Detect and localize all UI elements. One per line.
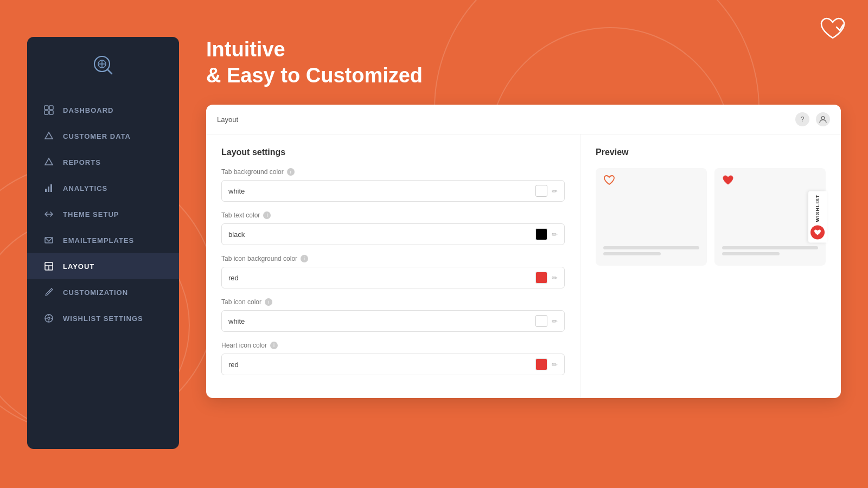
svg-rect-6 [49, 106, 53, 110]
reports-icon [43, 157, 54, 168]
panel-header: Layout ? [206, 105, 841, 134]
headline-line1: Intuitive [206, 38, 285, 61]
color-swatch-tab-bg [535, 185, 547, 197]
svg-line-2 [107, 69, 112, 74]
edit-icon-tab-icon-bg[interactable]: ✏ [552, 274, 558, 282]
customer-data-icon [43, 131, 54, 142]
main-content: Intuitive & Easy to Customized Layout ? [206, 37, 841, 472]
preview-line-4 [722, 252, 780, 255]
svg-rect-7 [44, 111, 48, 114]
preview-card-2-lines [722, 246, 818, 258]
color-value-heart-icon: red [228, 361, 531, 369]
preview-line-3 [722, 246, 818, 249]
sidebar-item-email-templates[interactable]: EMAILTEMPLATES [27, 227, 179, 253]
field-heart-icon-color: Heart icon color i red ✏ [221, 342, 565, 375]
theme-setup-label: THEME SETUP [63, 210, 119, 219]
email-templates-icon [43, 235, 54, 246]
preview-line-2 [603, 252, 661, 255]
color-field-heart-icon[interactable]: red ✏ [221, 354, 565, 375]
sidebar-logo [91, 53, 115, 81]
color-value-tab-bg: white [228, 187, 531, 195]
info-icon-tab-icon[interactable]: i [265, 298, 272, 306]
layout-panel: Layout ? Layout settings Tab bac [206, 105, 841, 398]
sidebar-nav: DASHBOARD CUSTOMER DATA REPORTS [27, 97, 179, 331]
edit-icon-tab-text[interactable]: ✏ [552, 230, 558, 239]
wishlist-settings-label: WISHLIST SETTINGS [63, 314, 143, 323]
wishlist-tab-heart-button[interactable] [810, 226, 825, 240]
svg-rect-8 [49, 111, 53, 114]
edit-icon-tab-icon[interactable]: ✏ [552, 317, 558, 325]
edit-icon-tab-bg[interactable]: ✏ [552, 187, 558, 195]
email-templates-label: EMAILTEMPLATES [63, 236, 134, 245]
info-icon-tab-icon-bg[interactable]: i [301, 255, 308, 262]
field-tab-icon-color: Tab icon color i white ✏ [221, 298, 565, 332]
svg-rect-5 [44, 106, 48, 110]
sidebar-item-analytics[interactable]: ANALYTICS [27, 175, 179, 201]
preview-section: Preview [580, 134, 841, 398]
info-icon-heart[interactable]: i [270, 342, 278, 349]
headline-line2: & Easy to Customized [206, 64, 423, 87]
customer-data-label: CUSTOMER DATA [63, 132, 131, 140]
help-icon-button[interactable]: ? [795, 112, 809, 126]
theme-setup-icon [43, 209, 54, 220]
sidebar-item-theme-setup[interactable]: THEME SETUP [27, 201, 179, 227]
preview-card-1 [596, 168, 707, 266]
svg-point-20 [48, 317, 50, 319]
field-label-tab-bg: Tab background color i [221, 168, 565, 176]
wishlist-tab[interactable]: WISHLIST [808, 191, 827, 243]
color-value-tab-text: black [228, 230, 531, 239]
sidebar-item-customer-data[interactable]: CUSTOMER DATA [27, 123, 179, 149]
color-swatch-heart-icon [535, 358, 547, 370]
field-tab-text-color: Tab text color i black ✏ [221, 211, 565, 245]
preview-heart-filled-icon [722, 175, 734, 188]
dashboard-icon [43, 105, 54, 115]
field-tab-bg-color: Tab background color i white ✏ [221, 168, 565, 202]
info-icon-tab-text[interactable]: i [263, 211, 271, 219]
preview-line-1 [603, 246, 699, 249]
sidebar-item-reports[interactable]: REPORTS [27, 149, 179, 175]
color-field-tab-text[interactable]: black ✏ [221, 223, 565, 245]
svg-point-25 [821, 117, 825, 120]
headline: Intuitive & Easy to Customized [206, 37, 841, 88]
layout-icon [43, 261, 54, 272]
sidebar-item-wishlist-settings[interactable]: WISHLIST SETTINGS [27, 305, 179, 331]
layout-settings-section: Layout settings Tab background color i w… [206, 134, 580, 398]
analytics-label: ANALYTICS [63, 184, 107, 192]
customization-label: CUSTOMIZATION [63, 288, 128, 297]
color-field-tab-icon[interactable]: white ✏ [221, 310, 565, 332]
color-value-tab-icon-bg: red [228, 274, 531, 282]
field-label-tab-text: Tab text color i [221, 211, 565, 219]
field-tab-icon-bg-color: Tab icon background color i red ✏ [221, 255, 565, 288]
svg-rect-12 [48, 187, 49, 192]
svg-rect-11 [45, 189, 47, 192]
color-field-tab-icon-bg[interactable]: red ✏ [221, 267, 565, 288]
wishlist-settings-icon [43, 313, 54, 324]
wishlist-tab-label: WISHLIST [815, 195, 820, 222]
reports-label: REPORTS [63, 158, 101, 166]
color-swatch-tab-icon-bg [535, 272, 547, 284]
color-swatch-tab-text [535, 228, 547, 240]
preview-card-1-lines [603, 246, 699, 258]
preview-card-2: WISHLIST [714, 168, 826, 266]
sidebar-item-dashboard[interactable]: DASHBOARD [27, 97, 179, 123]
svg-marker-9 [45, 132, 53, 139]
field-label-tab-icon-bg: Tab icon background color i [221, 255, 565, 262]
svg-rect-13 [50, 184, 52, 192]
analytics-icon [43, 183, 54, 194]
sidebar-item-customization[interactable]: CUSTOMIZATION [27, 279, 179, 305]
dashboard-label: DASHBOARD [63, 106, 114, 114]
user-icon-button[interactable] [816, 112, 830, 126]
panel-body: Layout settings Tab background color i w… [206, 134, 841, 398]
sidebar: DASHBOARD CUSTOMER DATA REPORTS [27, 37, 179, 449]
preview-grid: WISHLIST [596, 168, 826, 266]
color-swatch-tab-icon [535, 315, 547, 327]
edit-icon-heart-icon[interactable]: ✏ [552, 361, 558, 369]
color-field-tab-bg[interactable]: white ✏ [221, 180, 565, 202]
field-label-heart-icon: Heart icon color i [221, 342, 565, 349]
info-icon-tab-bg[interactable]: i [287, 168, 295, 176]
layout-settings-title: Layout settings [221, 147, 565, 157]
layout-label: LAYOUT [63, 262, 94, 271]
color-value-tab-icon: white [228, 317, 531, 325]
sidebar-item-layout[interactable]: LAYOUT [27, 253, 179, 279]
panel-title: Layout [217, 115, 238, 124]
